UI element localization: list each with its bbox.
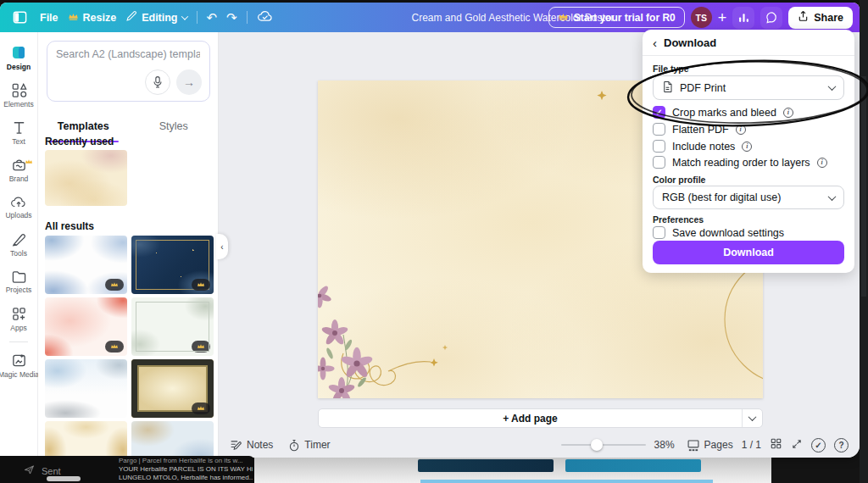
info-icon[interactable]: i [817, 158, 827, 168]
tab-styles[interactable]: Styles [129, 117, 220, 141]
template-thumbnail[interactable] [131, 297, 214, 356]
template-thumbnail[interactable] [45, 421, 127, 458]
avatar[interactable]: TS [691, 7, 712, 28]
divider [9, 341, 28, 342]
download-panel-title: Download [664, 36, 716, 49]
zoom-slider[interactable] [561, 444, 646, 446]
resize-menu[interactable]: Resize [68, 12, 117, 24]
add-page-button[interactable]: + Add page [318, 408, 763, 428]
search-submit-icon[interactable]: → [176, 69, 202, 95]
download-panel: ‹ Download File type PDF Print ✓ Crop ma… [643, 30, 854, 273]
template-thumbnail[interactable] [131, 236, 214, 294]
sidebar-item-apps[interactable]: Apps [0, 300, 38, 337]
info-icon[interactable]: i [736, 125, 746, 135]
template-thumbnail[interactable] [45, 236, 127, 294]
back-icon[interactable]: ‹ [653, 36, 657, 49]
send-icon [24, 464, 35, 477]
insights-icon[interactable] [732, 7, 754, 29]
checkbox[interactable] [653, 123, 665, 136]
sidebar-item-magic-media[interactable]: Magic Media [0, 347, 38, 384]
pro-crown-badge [105, 341, 124, 353]
sent-label: Sent [42, 466, 61, 476]
search-box: → [47, 41, 210, 102]
zoom-slider-thumb[interactable] [591, 439, 603, 451]
share-button[interactable]: Share [788, 7, 853, 29]
background-pill [47, 476, 81, 481]
sidebar-item-tools[interactable]: Tools [0, 225, 38, 263]
help-icon[interactable]: ? [834, 438, 849, 452]
pages-button[interactable]: Pages [687, 439, 733, 452]
grid-view-icon[interactable] [770, 437, 782, 452]
crown-icon [25, 153, 33, 169]
undo-icon[interactable]: ↶ [207, 11, 218, 24]
sidebar-item-uploads[interactable]: Uploads [0, 188, 38, 225]
timer-icon [288, 439, 300, 452]
template-thumbnail[interactable] [131, 359, 214, 418]
pro-crown-badge [192, 279, 210, 291]
option-flatten-pdf[interactable]: Flatten PDF i [653, 122, 844, 136]
template-thumbnail[interactable] [45, 359, 127, 418]
divider [247, 11, 248, 24]
info-icon[interactable]: i [742, 142, 752, 152]
apps-icon [11, 306, 27, 322]
text-icon [11, 119, 27, 136]
option-crop-marks[interactable]: ✓ Crop marks and bleed i [653, 105, 844, 119]
file-type-select[interactable]: PDF Print [653, 75, 844, 100]
option-save-settings[interactable]: Save download settings [653, 225, 844, 240]
magic-media-icon [11, 353, 27, 369]
checkbox-checked[interactable]: ✓ [653, 106, 665, 119]
redo-icon[interactable]: ↷ [226, 11, 237, 24]
template-results-grid [45, 236, 214, 458]
checkbox[interactable] [653, 226, 665, 239]
file-menu[interactable]: File [40, 12, 58, 24]
checkbox[interactable] [653, 156, 665, 169]
sidebar-item-text[interactable]: Text [0, 114, 38, 151]
background-bar [420, 480, 713, 483]
upload-icon [798, 10, 809, 25]
sidebar-item-brand[interactable]: Brand [0, 151, 38, 188]
sidebar-rail: Design Elements Text Brand Uploads T [0, 32, 38, 458]
sidebar-toggle-icon[interactable] [8, 7, 31, 29]
sidebar-item-elements[interactable]: Elements [0, 76, 38, 114]
trial-button[interactable]: Start your trial for R0 [548, 7, 685, 28]
add-page-dropdown[interactable] [742, 409, 762, 427]
background-window [254, 458, 771, 483]
all-results-label: All results [45, 220, 94, 232]
checkbox[interactable] [653, 140, 665, 153]
pages-icon [687, 439, 700, 452]
option-reading-order[interactable]: Match reading order to layers i [653, 155, 844, 169]
sidebar-item-projects[interactable]: Projects [0, 263, 38, 300]
templates-panel: → Templates Styles Recently used All res… [38, 32, 219, 458]
template-thumbnail-recent[interactable] [45, 150, 127, 206]
sidebar-item-design[interactable]: Design [0, 39, 38, 76]
fullscreen-icon[interactable] [791, 438, 803, 452]
divider [197, 11, 198, 24]
background-right-strip [860, 0, 868, 483]
download-button[interactable]: Download [653, 241, 844, 264]
template-thumbnail[interactable] [131, 421, 214, 458]
color-profile-select[interactable]: RGB (best for digital use) [653, 186, 844, 209]
pro-crown-badge [192, 341, 210, 353]
timer-button[interactable]: Timer [288, 439, 330, 452]
crown-icon [68, 12, 79, 24]
topbar: File Resize Editing ↶ ↷ Cream and Gold A… [0, 3, 860, 32]
pro-crown-badge [105, 279, 124, 291]
uploads-icon [10, 195, 27, 209]
comments-icon[interactable] [760, 7, 782, 29]
crown-icon [558, 12, 569, 24]
search-input[interactable] [56, 48, 200, 60]
panel-collapse-icon[interactable]: ‹ [216, 234, 228, 259]
saved-check-icon[interactable]: ✓ [811, 438, 826, 452]
option-include-notes[interactable]: Include notes i [653, 139, 844, 153]
add-member-button[interactable]: + [718, 10, 727, 25]
cloud-saved-icon [257, 9, 274, 25]
editing-mode-menu[interactable]: Editing [125, 10, 186, 25]
background-chat-window: Sent Pargo | Parcel from Herbalife is on… [0, 456, 254, 483]
info-icon[interactable]: i [783, 108, 793, 118]
chevron-down-icon [828, 82, 837, 91]
color-profile-label: Color profile [653, 175, 705, 185]
mic-icon[interactable] [145, 69, 170, 95]
notes-button[interactable]: Notes [230, 439, 273, 451]
template-thumbnail[interactable] [45, 297, 127, 356]
zoom-level: 38% [654, 439, 678, 451]
